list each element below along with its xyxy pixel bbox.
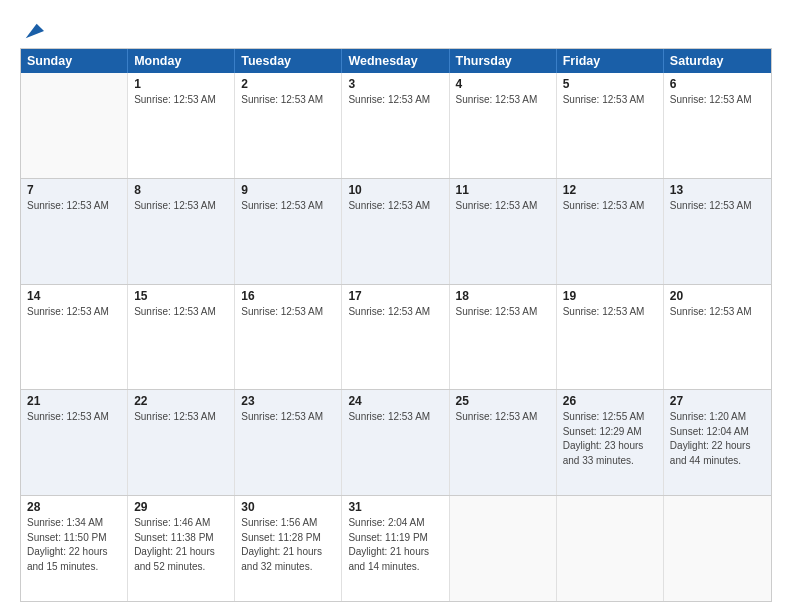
weekday-header: Friday	[557, 49, 664, 73]
calendar-cell: 23Sunrise: 12:53 AM	[235, 390, 342, 495]
day-info: Sunrise: 12:53 AM	[456, 305, 550, 320]
day-number: 31	[348, 500, 442, 514]
calendar-cell: 20Sunrise: 12:53 AM	[664, 285, 771, 390]
calendar-cell: 6Sunrise: 12:53 AM	[664, 73, 771, 178]
day-info: Sunrise: 1:46 AM Sunset: 11:38 PM Daylig…	[134, 516, 228, 574]
calendar-cell: 25Sunrise: 12:53 AM	[450, 390, 557, 495]
day-info: Sunrise: 12:53 AM	[670, 305, 765, 320]
day-number: 25	[456, 394, 550, 408]
day-number: 13	[670, 183, 765, 197]
day-info: Sunrise: 12:53 AM	[456, 199, 550, 214]
day-number: 15	[134, 289, 228, 303]
day-info: Sunrise: 12:53 AM	[134, 199, 228, 214]
day-info: Sunrise: 12:53 AM	[134, 410, 228, 425]
day-number: 12	[563, 183, 657, 197]
day-number: 26	[563, 394, 657, 408]
calendar: SundayMondayTuesdayWednesdayThursdayFrid…	[20, 48, 772, 602]
day-number: 10	[348, 183, 442, 197]
day-number: 14	[27, 289, 121, 303]
day-number: 5	[563, 77, 657, 91]
calendar-cell: 15Sunrise: 12:53 AM	[128, 285, 235, 390]
calendar-cell: 16Sunrise: 12:53 AM	[235, 285, 342, 390]
day-number: 21	[27, 394, 121, 408]
day-info: Sunrise: 12:53 AM	[241, 199, 335, 214]
calendar-cell: 2Sunrise: 12:53 AM	[235, 73, 342, 178]
day-number: 7	[27, 183, 121, 197]
day-info: Sunrise: 12:53 AM	[348, 305, 442, 320]
day-info: Sunrise: 12:53 AM	[456, 410, 550, 425]
calendar-week: 28Sunrise: 1:34 AM Sunset: 11:50 PM Dayl…	[21, 496, 771, 601]
logo	[20, 18, 44, 42]
day-info: Sunrise: 12:53 AM	[27, 410, 121, 425]
calendar-cell	[664, 496, 771, 601]
day-number: 18	[456, 289, 550, 303]
calendar-cell	[21, 73, 128, 178]
calendar-cell: 13Sunrise: 12:53 AM	[664, 179, 771, 284]
day-info: Sunrise: 12:55 AM Sunset: 12:29 AM Dayli…	[563, 410, 657, 468]
day-info: Sunrise: 2:04 AM Sunset: 11:19 PM Daylig…	[348, 516, 442, 574]
calendar-cell: 21Sunrise: 12:53 AM	[21, 390, 128, 495]
day-info: Sunrise: 12:53 AM	[241, 305, 335, 320]
calendar-cell: 4Sunrise: 12:53 AM	[450, 73, 557, 178]
calendar-cell: 29Sunrise: 1:46 AM Sunset: 11:38 PM Dayl…	[128, 496, 235, 601]
calendar-cell: 7Sunrise: 12:53 AM	[21, 179, 128, 284]
day-number: 2	[241, 77, 335, 91]
day-info: Sunrise: 12:53 AM	[670, 199, 765, 214]
day-info: Sunrise: 12:53 AM	[348, 410, 442, 425]
day-number: 16	[241, 289, 335, 303]
day-number: 28	[27, 500, 121, 514]
day-number: 3	[348, 77, 442, 91]
calendar-cell: 9Sunrise: 12:53 AM	[235, 179, 342, 284]
header	[20, 18, 772, 42]
svg-marker-0	[26, 24, 44, 39]
calendar-cell	[450, 496, 557, 601]
calendar-cell: 3Sunrise: 12:53 AM	[342, 73, 449, 178]
weekday-header: Sunday	[21, 49, 128, 73]
calendar-cell: 11Sunrise: 12:53 AM	[450, 179, 557, 284]
calendar-cell: 28Sunrise: 1:34 AM Sunset: 11:50 PM Dayl…	[21, 496, 128, 601]
calendar-week: 21Sunrise: 12:53 AM22Sunrise: 12:53 AM23…	[21, 390, 771, 496]
calendar-cell: 14Sunrise: 12:53 AM	[21, 285, 128, 390]
day-number: 30	[241, 500, 335, 514]
day-number: 23	[241, 394, 335, 408]
day-number: 9	[241, 183, 335, 197]
day-info: Sunrise: 12:53 AM	[670, 93, 765, 108]
calendar-cell: 26Sunrise: 12:55 AM Sunset: 12:29 AM Day…	[557, 390, 664, 495]
day-number: 8	[134, 183, 228, 197]
day-info: Sunrise: 1:20 AM Sunset: 12:04 AM Daylig…	[670, 410, 765, 468]
calendar-cell: 5Sunrise: 12:53 AM	[557, 73, 664, 178]
calendar-cell: 10Sunrise: 12:53 AM	[342, 179, 449, 284]
calendar-week: 7Sunrise: 12:53 AM8Sunrise: 12:53 AM9Sun…	[21, 179, 771, 285]
page: SundayMondayTuesdayWednesdayThursdayFrid…	[0, 0, 792, 612]
day-info: Sunrise: 12:53 AM	[348, 199, 442, 214]
day-number: 6	[670, 77, 765, 91]
day-number: 19	[563, 289, 657, 303]
calendar-cell: 19Sunrise: 12:53 AM	[557, 285, 664, 390]
calendar-cell: 24Sunrise: 12:53 AM	[342, 390, 449, 495]
day-info: Sunrise: 12:53 AM	[134, 305, 228, 320]
calendar-cell: 17Sunrise: 12:53 AM	[342, 285, 449, 390]
calendar-cell: 1Sunrise: 12:53 AM	[128, 73, 235, 178]
day-info: Sunrise: 12:53 AM	[27, 305, 121, 320]
day-info: Sunrise: 12:53 AM	[241, 93, 335, 108]
day-number: 11	[456, 183, 550, 197]
day-info: Sunrise: 12:53 AM	[563, 93, 657, 108]
day-info: Sunrise: 12:53 AM	[241, 410, 335, 425]
day-info: Sunrise: 12:53 AM	[348, 93, 442, 108]
calendar-cell: 31Sunrise: 2:04 AM Sunset: 11:19 PM Dayl…	[342, 496, 449, 601]
day-number: 20	[670, 289, 765, 303]
day-number: 4	[456, 77, 550, 91]
weekday-header: Tuesday	[235, 49, 342, 73]
calendar-cell	[557, 496, 664, 601]
weekday-header: Thursday	[450, 49, 557, 73]
calendar-cell: 27Sunrise: 1:20 AM Sunset: 12:04 AM Dayl…	[664, 390, 771, 495]
calendar-body: 1Sunrise: 12:53 AM2Sunrise: 12:53 AM3Sun…	[21, 73, 771, 601]
calendar-week: 1Sunrise: 12:53 AM2Sunrise: 12:53 AM3Sun…	[21, 73, 771, 179]
calendar-cell: 22Sunrise: 12:53 AM	[128, 390, 235, 495]
day-number: 27	[670, 394, 765, 408]
day-number: 29	[134, 500, 228, 514]
day-number: 22	[134, 394, 228, 408]
day-info: Sunrise: 12:53 AM	[27, 199, 121, 214]
day-info: Sunrise: 12:53 AM	[456, 93, 550, 108]
day-info: Sunrise: 1:34 AM Sunset: 11:50 PM Daylig…	[27, 516, 121, 574]
